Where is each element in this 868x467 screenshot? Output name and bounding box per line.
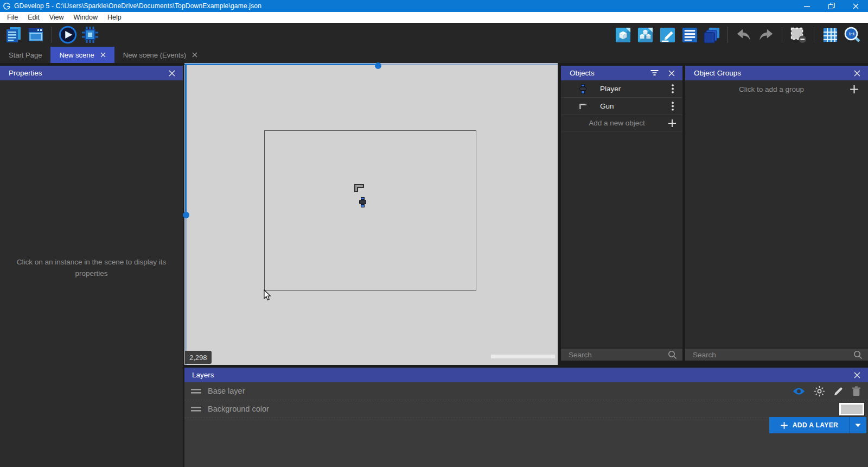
menu-edit[interactable]: Edit <box>23 12 44 23</box>
edit-scene-properties-icon[interactable] <box>658 26 676 44</box>
toolbar-divider <box>52 27 52 43</box>
tab-new-scene-events[interactable]: New scene (Events) <box>114 47 206 63</box>
object-menu-icon[interactable] <box>669 84 676 93</box>
chevron-down-icon <box>855 424 861 427</box>
tab-label: New scene (Events) <box>123 51 186 59</box>
tab-label: Start Page <box>9 51 42 59</box>
layers-panel-header: Layers <box>184 368 868 382</box>
open-instances-list-icon[interactable] <box>680 26 699 44</box>
tab-start-page[interactable]: Start Page <box>0 47 50 63</box>
scene-window-border <box>264 130 476 291</box>
titlebar: GDevelop 5 - C:\Users\Sparkle\OneDrive\D… <box>0 0 868 12</box>
editor-tabbar: Start Page New scene New scene (Events) <box>0 47 868 63</box>
object-row-gun[interactable]: Gun <box>561 98 682 115</box>
player-instance[interactable] <box>359 197 366 207</box>
background-color-swatch[interactable] <box>839 403 864 415</box>
close-panel-icon[interactable] <box>169 70 175 77</box>
gun-object-icon <box>577 103 588 110</box>
object-groups-panel: Object Groups Click to add a group <box>685 66 868 361</box>
project-manager-icon[interactable] <box>4 26 23 44</box>
close-panel-icon[interactable] <box>668 70 675 77</box>
add-group-button[interactable]: Click to add a group <box>685 80 868 98</box>
horizontal-scrollbar-track[interactable] <box>184 64 375 65</box>
plus-icon <box>667 118 677 128</box>
menu-file[interactable]: File <box>2 12 23 23</box>
filter-icon[interactable] <box>650 70 659 76</box>
objects-panel-header: Objects <box>561 66 682 80</box>
object-row-player[interactable]: Player <box>561 80 682 98</box>
vertical-scrollbar-thumb[interactable] <box>183 212 189 218</box>
vertical-scrollbar-track[interactable] <box>185 65 187 212</box>
minimize-icon <box>804 3 810 9</box>
search-icon <box>668 350 677 359</box>
scene-window-icon[interactable] <box>27 26 45 44</box>
undo-icon[interactable] <box>735 26 753 44</box>
horizontal-scrollbar-thumb[interactable] <box>375 62 381 69</box>
close-tab-icon[interactable] <box>100 52 106 58</box>
zoom-original-icon[interactable]: 1:1 <box>843 26 861 44</box>
add-object-button[interactable]: Add a new object <box>561 115 682 131</box>
restore-button[interactable] <box>819 0 844 12</box>
layer-row-background-color[interactable]: Background color <box>184 400 868 418</box>
object-name: Gun <box>600 102 614 110</box>
close-panel-icon[interactable] <box>854 372 860 378</box>
toolbar: 1:1 <box>0 23 868 47</box>
properties-panel: Properties Click on an instance in the s… <box>0 66 183 467</box>
toolbar-divider <box>814 27 814 43</box>
play-preview-icon[interactable] <box>59 26 77 44</box>
tab-label: New scene <box>59 51 94 59</box>
drag-handle-icon[interactable] <box>191 389 201 394</box>
close-window-button[interactable] <box>844 0 868 12</box>
object-groups-search-input[interactable] <box>693 351 853 359</box>
canvas-bottom-scrollbar[interactable] <box>491 355 555 358</box>
layer-edit-icon[interactable] <box>833 386 844 396</box>
layer-row-base[interactable]: Base layer <box>184 382 868 400</box>
add-layer-button[interactable]: ADD A LAYER <box>769 417 866 433</box>
object-name: Player <box>600 85 621 93</box>
panel-title: Objects <box>570 69 595 77</box>
object-menu-icon[interactable] <box>669 102 676 111</box>
panel-title: Layers <box>192 371 214 379</box>
tab-new-scene[interactable]: New scene <box>50 47 114 63</box>
layer-effects-icon[interactable] <box>814 386 825 397</box>
open-object-groups-icon[interactable] <box>636 26 654 44</box>
properties-empty-message: Click on an instance in the scene to dis… <box>14 257 169 280</box>
open-layers-icon[interactable] <box>703 26 721 44</box>
close-tab-icon[interactable] <box>192 52 197 58</box>
layers-panel: Layers Base layer <box>184 365 868 467</box>
redo-icon[interactable] <box>757 26 775 44</box>
add-layer-dropdown[interactable] <box>849 417 866 433</box>
close-panel-icon[interactable] <box>854 70 860 77</box>
add-group-label: Click to add a group <box>694 85 849 93</box>
scene-canvas[interactable]: 2,298 <box>184 63 558 365</box>
search-icon <box>853 350 863 359</box>
layer-delete-icon[interactable] <box>852 386 861 396</box>
clear-selection-icon[interactable] <box>789 26 807 44</box>
horizontal-scrollbar-track[interactable] <box>381 64 558 65</box>
panel-title: Properties <box>9 69 42 77</box>
vertical-scrollbar-track[interactable] <box>185 218 187 365</box>
open-objects-editor-icon[interactable] <box>614 26 632 44</box>
menubar: File Edit View Window Help <box>0 12 868 23</box>
drag-handle-icon[interactable] <box>191 407 201 412</box>
layer-name: Background color <box>208 405 269 413</box>
minimize-button[interactable] <box>795 0 819 12</box>
debug-icon[interactable] <box>81 26 99 44</box>
menu-window[interactable]: Window <box>69 12 103 23</box>
objects-search-input[interactable] <box>569 351 668 359</box>
objects-panel: Objects Player <box>561 66 682 361</box>
toolbar-divider <box>782 27 782 43</box>
menu-help[interactable]: Help <box>103 12 126 23</box>
menu-view[interactable]: View <box>44 12 69 23</box>
layer-visibility-icon[interactable] <box>792 387 806 396</box>
plus-icon <box>780 421 788 430</box>
plus-icon <box>849 84 859 94</box>
gdevelop-logo-icon <box>3 3 10 10</box>
grid-icon[interactable] <box>821 26 839 44</box>
gun-instance[interactable] <box>354 184 364 192</box>
panel-title: Object Groups <box>694 69 741 77</box>
player-object-icon <box>577 84 588 94</box>
object-groups-panel-header: Object Groups <box>685 66 868 80</box>
restore-icon <box>828 3 835 9</box>
close-icon <box>853 3 859 9</box>
